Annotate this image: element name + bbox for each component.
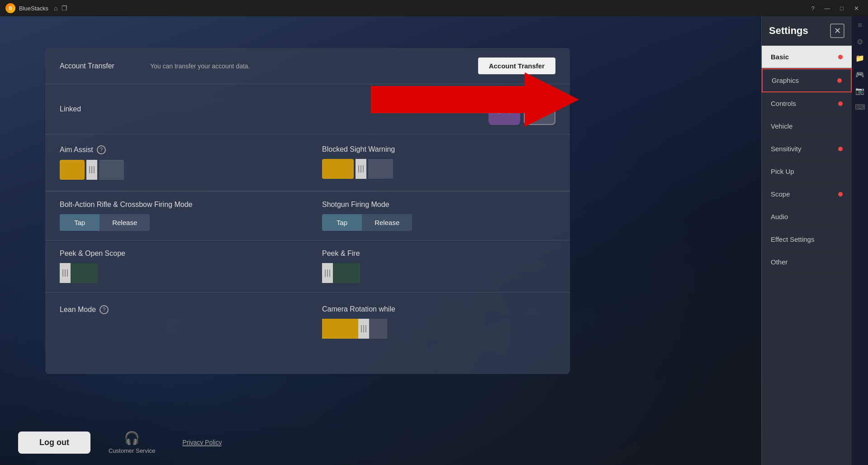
lean-mode-label: Lean Mode ? <box>60 305 293 314</box>
controls-dot <box>838 101 843 106</box>
camera-slider[interactable] <box>322 319 555 339</box>
minimize-button[interactable]: — <box>821 2 834 14</box>
bolt-release-button[interactable]: Release <box>100 214 150 231</box>
titlebar-icons: ⌂ ❐ <box>54 5 67 12</box>
peek-scope-label: Peek & Open Scope <box>60 249 293 258</box>
gamepad-icon-button[interactable]: 🎮 <box>489 93 520 125</box>
strip-icon-1[interactable]: ≡ <box>854 20 865 31</box>
close-button[interactable]: ✕ <box>850 2 863 14</box>
firing-row: Bolt-Action Rifle & Crossbow Firing Mode… <box>45 192 570 240</box>
main-content-area: Account Transfer You can transfer your a… <box>0 16 571 465</box>
account-transfer-label: Account Transfer <box>60 62 150 70</box>
shotgun-release-button[interactable]: Release <box>362 214 412 231</box>
settings-panel: Settings ✕ Basic Graphics Controls Vehic… <box>761 16 852 465</box>
nav-label-controls: Controls <box>771 100 796 107</box>
bolt-action-controls: Tap Release <box>60 214 293 231</box>
linked-icons: 🎮 ＋ <box>489 93 555 125</box>
titlebar: B BlueStacks ⌂ ❐ ? — □ ✕ <box>0 0 868 16</box>
aim-assist-help-icon[interactable]: ? <box>97 145 106 154</box>
lean-mode-item: Lean Mode ? <box>45 300 308 344</box>
nav-label-pickup: Pick Up <box>771 168 794 175</box>
line11 <box>327 269 328 277</box>
peek-scope-handle[interactable] <box>60 263 71 283</box>
aim-assist-track <box>60 160 85 180</box>
aim-row: Aim Assist ? <box>45 134 570 192</box>
basic-dot <box>838 55 843 59</box>
logout-button[interactable]: Log out <box>18 431 90 454</box>
slider-lines-5 <box>361 325 366 332</box>
line15 <box>365 325 366 332</box>
aim-assist-handle[interactable] <box>86 160 97 180</box>
shotgun-controls: Tap Release <box>322 214 555 231</box>
blocked-sight-track <box>322 159 354 179</box>
peek-fire-slider[interactable] <box>322 263 555 283</box>
strip-icon-6[interactable]: ⌨ <box>854 101 865 112</box>
strip-icon-4[interactable]: 🎮 <box>854 69 865 80</box>
lean-mode-help-icon[interactable]: ? <box>100 305 109 314</box>
nav-label-other: Other <box>771 258 788 266</box>
line14 <box>363 325 364 332</box>
shotgun-tap-button[interactable]: Tap <box>322 214 362 231</box>
line13 <box>361 325 362 332</box>
line12 <box>329 269 330 277</box>
nav-label-audio: Audio <box>771 213 788 221</box>
linked-label: Linked <box>60 105 150 113</box>
peek-fire-filled <box>333 263 360 283</box>
add-linked-button[interactable]: ＋ <box>524 93 555 125</box>
maximize-button[interactable]: □ <box>835 2 848 14</box>
nav-item-scope[interactable]: Scope <box>762 183 852 206</box>
account-transfer-desc: You can transfer your account data. <box>150 62 478 70</box>
settings-title: Settings <box>769 25 808 37</box>
aim-assist-empty <box>99 160 124 180</box>
peek-fire-label: Peek & Fire <box>322 249 555 258</box>
account-transfer-section: Account Transfer You can transfer your a… <box>45 48 570 84</box>
camera-empty <box>369 319 387 339</box>
peek-row: Peek & Open Scope Peek & Fire <box>45 240 570 292</box>
bolt-tap-button[interactable]: Tap <box>60 214 100 231</box>
scope-dot <box>838 192 843 197</box>
line4 <box>358 165 359 173</box>
home-icon[interactable]: ⌂ <box>54 5 57 12</box>
strip-icon-2[interactable]: ⚙ <box>854 36 865 47</box>
nav-item-audio[interactable]: Audio <box>762 206 852 228</box>
strip-icon-3[interactable]: 📁 <box>854 53 865 63</box>
nav-item-pickup[interactable]: Pick Up <box>762 160 852 183</box>
peek-scope-slider[interactable] <box>60 263 293 283</box>
slider-lines <box>89 166 95 173</box>
blocked-sight-slider[interactable] <box>322 159 555 179</box>
peek-scope-filled <box>71 263 98 283</box>
copy-icon[interactable]: ❐ <box>62 5 67 12</box>
nav-item-effect-settings[interactable]: Effect Settings <box>762 228 852 251</box>
nav-label-basic: Basic <box>771 53 789 61</box>
peek-fire-handle[interactable] <box>322 263 333 283</box>
strip-icon-5[interactable]: 📷 <box>854 85 865 96</box>
customer-service-button[interactable]: 🎧 Customer Service <box>109 431 155 454</box>
app-logo: B <box>5 3 15 13</box>
line8 <box>65 269 66 277</box>
nav-item-graphics[interactable]: Graphics <box>762 68 852 92</box>
lean-camera-row: Lean Mode ? Camera Rotation while <box>45 292 570 351</box>
linked-section: Linked 🎮 ＋ <box>45 84 570 134</box>
nav-item-other[interactable]: Other <box>762 251 852 273</box>
nav-item-vehicle[interactable]: Vehicle <box>762 115 852 138</box>
camera-rotation-item: Camera Rotation while <box>308 300 570 344</box>
help-button[interactable]: ? <box>806 2 819 14</box>
nav-item-controls[interactable]: Controls <box>762 92 852 115</box>
blocked-sight-handle[interactable] <box>356 159 366 179</box>
camera-rotation-label: Camera Rotation while <box>322 305 555 313</box>
headset-icon: 🎧 <box>124 431 140 446</box>
shotgun-item: Shotgun Firing Mode Tap Release <box>308 192 570 240</box>
nav-item-sensitivity[interactable]: Sensitivity <box>762 138 852 160</box>
settings-close-button[interactable]: ✕ <box>830 24 844 38</box>
privacy-policy-link[interactable]: Privacy Policy <box>182 439 222 446</box>
account-transfer-button[interactable]: Account Transfer <box>478 58 555 74</box>
app-title: BlueStacks <box>19 5 48 12</box>
camera-handle[interactable] <box>358 319 369 339</box>
line7 <box>62 269 63 277</box>
bolt-action-label: Bolt-Action Rifle & Crossbow Firing Mode <box>60 201 293 209</box>
blocked-sight-label: Blocked Sight Warning <box>322 145 555 153</box>
line1 <box>89 166 90 173</box>
nav-label-scope: Scope <box>771 190 790 198</box>
nav-item-basic[interactable]: Basic <box>762 46 852 68</box>
aim-assist-slider[interactable] <box>60 160 293 180</box>
